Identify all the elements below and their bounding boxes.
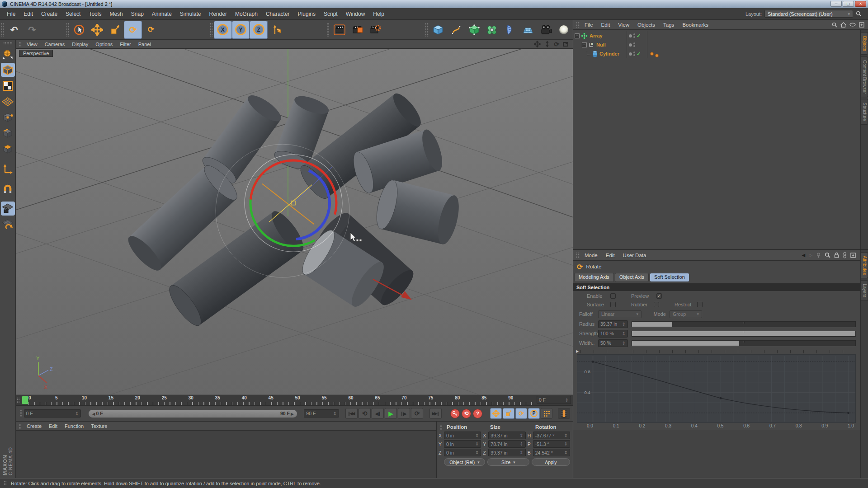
toolbar-grip[interactable] <box>210 23 213 36</box>
align-workplane-button[interactable] <box>1 217 15 231</box>
tab-layers[interactable]: Layers <box>861 280 868 301</box>
layout-dropdown[interactable]: Standard (Screencast) (User) <box>764 10 853 18</box>
size-field[interactable]: 78.74 in⇕ <box>488 440 525 448</box>
toggle-view-size-icon[interactable] <box>563 42 568 47</box>
coordinate-system-button[interactable] <box>268 21 286 39</box>
curve-point[interactable] <box>592 361 594 363</box>
object-manager-menu-item[interactable]: View <box>614 21 633 28</box>
viewport-menu-item[interactable]: Panel <box>135 41 155 48</box>
toolbar-grip[interactable] <box>3 42 12 45</box>
goto-end-button[interactable]: ▶▶ <box>429 408 442 419</box>
radius-field[interactable]: 39.37 in⇕ <box>598 320 628 328</box>
enable-snap-button[interactable] <box>1 182 15 196</box>
end-time-field[interactable]: 90 F⇕ <box>304 409 339 418</box>
goto-start-button[interactable]: ◀◀ <box>345 408 358 419</box>
apply-button[interactable]: Apply <box>532 458 570 466</box>
rotation-field[interactable]: -51.3 °⇕ <box>533 440 570 448</box>
rotation-field[interactable]: 24.542 °⇕ <box>533 449 570 456</box>
record-parameter-button[interactable]: P <box>528 408 540 419</box>
eye-icon[interactable] <box>849 23 856 27</box>
expander-icon[interactable] <box>582 42 587 47</box>
preview-checkbox[interactable] <box>656 293 662 299</box>
add-deformer-button[interactable] <box>501 21 519 39</box>
toolbar-grip[interactable] <box>4 481 7 486</box>
viewport-menu-item[interactable]: Options <box>92 41 116 48</box>
tab-soft-selection[interactable]: Soft Selection <box>650 273 689 282</box>
scale-tool-button[interactable] <box>106 21 124 39</box>
object-manager-menu-item[interactable]: File <box>580 21 597 28</box>
home-icon[interactable] <box>840 22 846 28</box>
lock-x-axis-button[interactable]: X <box>214 21 232 39</box>
search-icon[interactable] <box>856 11 862 17</box>
material-menu-item[interactable]: Create <box>23 422 45 430</box>
render-picture-viewer-button[interactable] <box>349 21 367 39</box>
enable-axis-button[interactable] <box>1 162 15 176</box>
add-primitive-button[interactable] <box>429 21 448 39</box>
coordinate-mode-dropdown[interactable]: Object (Rel) <box>444 458 485 466</box>
add-panel-icon[interactable] <box>850 253 856 258</box>
tab-attributes[interactable]: Attributes <box>861 252 868 278</box>
position-field[interactable]: 0 in⇕ <box>444 449 481 456</box>
position-field[interactable]: 0 in⇕ <box>444 440 481 448</box>
material-menu-item[interactable]: Function <box>61 422 87 430</box>
workplane-mode-button[interactable] <box>1 94 15 108</box>
keyframe-help-button[interactable]: ? <box>473 409 482 418</box>
object-manager-menu-item[interactable]: Objects <box>633 21 659 28</box>
menu-item[interactable]: Simulate <box>176 9 205 19</box>
menu-item[interactable]: Edit <box>19 9 37 19</box>
tab-object-axis[interactable]: Object Axis <box>615 273 649 282</box>
lock-icon[interactable] <box>834 252 839 258</box>
expander-icon[interactable] <box>575 33 580 38</box>
tab-objects[interactable]: Objects <box>861 32 868 55</box>
goto-next-key-button[interactable]: ⟳ <box>411 408 423 419</box>
falloff-curve-editor[interactable]: 0.8 0.4 <box>577 354 856 423</box>
move-tool-button[interactable] <box>88 21 106 39</box>
radius-slider[interactable] <box>632 321 856 327</box>
add-modeling-object-button[interactable] <box>483 21 501 39</box>
restrict-checkbox[interactable] <box>697 302 703 307</box>
current-frame-field[interactable]: 0 F⇕ <box>24 409 81 418</box>
menu-item[interactable]: Create <box>37 9 61 19</box>
toolbar-grip[interactable] <box>1 23 4 36</box>
visibility-dots-icon[interactable] <box>633 33 635 38</box>
live-selection-button[interactable] <box>70 21 88 39</box>
point-level-animation-button[interactable] <box>541 408 552 419</box>
material-menu-item[interactable]: Edit <box>45 422 61 430</box>
attribute-menu-item[interactable]: Mode <box>580 252 602 259</box>
lock-y-axis-button[interactable]: Y <box>232 21 250 39</box>
size-field[interactable]: 39.37 in⇕ <box>488 432 525 439</box>
curve-expander-icon[interactable]: ▶ <box>576 349 579 353</box>
menu-item[interactable]: Tools <box>85 9 105 19</box>
menu-item[interactable]: Animate <box>148 9 176 19</box>
goto-next-frame-button[interactable]: ▶ <box>398 408 410 419</box>
add-panel-icon[interactable] <box>859 22 864 28</box>
back-icon[interactable]: ◀ <box>802 253 806 258</box>
toolbar-grip[interactable] <box>19 423 22 429</box>
toolbar-grip[interactable] <box>66 23 69 36</box>
add-light-button[interactable] <box>555 21 573 39</box>
tab-modeling-axis[interactable]: Modeling Axis <box>574 273 614 282</box>
enabled-check-icon[interactable]: ✓ <box>637 33 641 39</box>
rotate-tool-button[interactable]: ⟳ <box>124 21 142 39</box>
record-scale-button[interactable] <box>503 408 514 419</box>
texture-mode-button[interactable] <box>1 79 15 93</box>
curve-point[interactable] <box>847 412 849 414</box>
edit-render-settings-button[interactable] <box>367 21 385 39</box>
record-position-button[interactable] <box>490 408 502 419</box>
tag-icon[interactable] <box>655 54 659 57</box>
menu-item[interactable]: File <box>3 9 19 19</box>
points-mode-button[interactable] <box>1 110 15 124</box>
object-label[interactable]: Array <box>590 33 603 38</box>
layer-dot-icon[interactable] <box>629 52 632 56</box>
strength-slider[interactable] <box>632 331 856 337</box>
object-row-null[interactable]: 0 Null <box>573 40 860 49</box>
surface-checkbox[interactable] <box>610 302 616 307</box>
add-generator-button[interactable] <box>465 21 483 39</box>
visibility-dots-icon[interactable] <box>633 42 635 47</box>
menu-item[interactable]: MoGraph <box>231 9 262 19</box>
preview-range-slider[interactable]: ◀ 0 F 90 F ▶ <box>88 409 297 418</box>
add-spline-button[interactable] <box>447 21 465 39</box>
menu-item[interactable]: Window <box>342 9 369 19</box>
zoom-view-icon[interactable] <box>544 41 550 47</box>
rubber-checkbox[interactable] <box>654 302 659 307</box>
